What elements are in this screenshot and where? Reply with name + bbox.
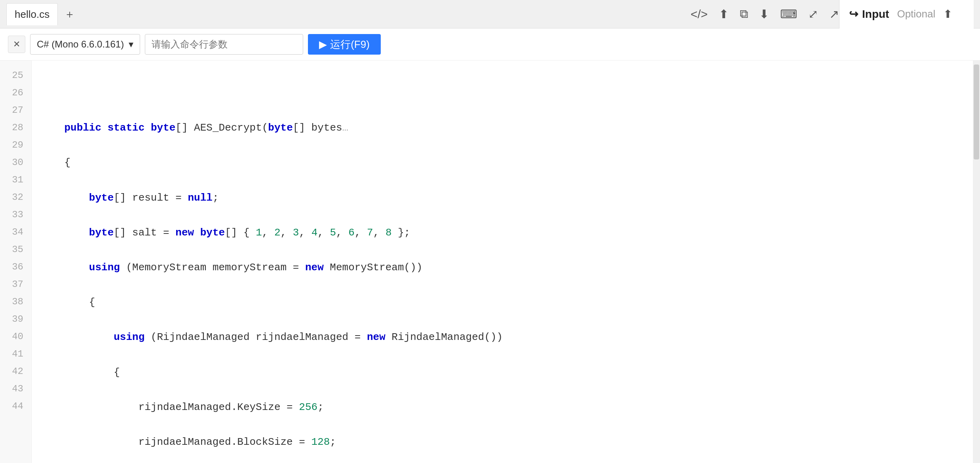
download-code-icon[interactable]: ⬇ — [759, 7, 769, 21]
code-line-29: byte[] salt = new byte[] { 1, 2, 3, 4, 5… — [40, 224, 965, 241]
line-num-37: 37 — [6, 276, 23, 293]
vertical-scrollbar[interactable] — [973, 61, 980, 463]
main-container: hello.cs ＋ </> ⬆ ⧉ ⬇ ⌨ ⤢ ↗ — [0, 0, 980, 463]
code-line-27: { — [40, 154, 965, 172]
line-num-32: 32 — [6, 189, 23, 206]
code-line-34: rijndaelManaged.KeySize = 256; — [40, 398, 965, 416]
line-num-33: 33 — [6, 206, 23, 224]
line-num-29: 29 — [6, 137, 23, 154]
keyboard-shortcut-icon[interactable]: ⌨ — [780, 7, 797, 21]
chevron-down-icon: ▾ — [129, 39, 133, 50]
line-num-26: 26 — [6, 84, 23, 102]
copy-code-icon[interactable]: ⧉ — [740, 7, 748, 21]
code-line-28: byte[] result = null; — [40, 189, 965, 207]
code-line-26: public static byte[] AES_Decrypt(byte[] … — [40, 119, 965, 137]
scrollbar-thumb[interactable] — [974, 65, 979, 159]
code-content[interactable]: public static byte[] AES_Decrypt(byte[] … — [32, 61, 973, 463]
line-num-30: 30 — [6, 154, 23, 171]
language-label: C# (Mono 6.6.0.161) — [37, 39, 124, 50]
optional-label: Optional — [897, 8, 935, 20]
code-view-icon[interactable]: </> — [691, 8, 708, 21]
close-icon: ✕ — [13, 39, 20, 49]
tab-toolbar: </> ⬆ ⧉ ⬇ ⌨ ⤢ ↗ — [691, 7, 839, 21]
upload-file-icon[interactable]: ⬆ — [719, 7, 729, 21]
line-num-25: 25 — [6, 67, 23, 84]
line-num-36: 36 — [6, 258, 23, 276]
share-icon[interactable]: ↗ — [829, 7, 839, 21]
code-line-30: using (MemoryStream memoryStream = new M… — [40, 259, 965, 276]
expand-editor-icon[interactable]: ⤢ — [808, 7, 818, 21]
code-line-31: { — [40, 294, 965, 311]
line-num-41: 41 — [6, 345, 23, 363]
close-run-bar-button[interactable]: ✕ — [8, 36, 25, 53]
code-editor[interactable]: 25 26 27 28 29 30 31 32 33 34 35 36 37 3… — [0, 61, 980, 463]
file-tab[interactable]: hello.cs — [6, 3, 58, 25]
run-icon: ▶ — [319, 38, 327, 51]
line-num-34: 34 — [6, 224, 23, 241]
file-tab-name: hello.cs — [15, 8, 49, 21]
run-bar: ✕ C# (Mono 6.6.0.161) ▾ ▶ 运行(F9) — [0, 28, 980, 61]
line-num-28: 28 — [6, 119, 23, 137]
input-label: ↪ Input — [849, 8, 889, 21]
input-upload-icon[interactable]: ⬆ — [943, 8, 952, 21]
language-select[interactable]: C# (Mono 6.6.0.161) ▾ — [30, 34, 140, 55]
code-line-35: rijndaelManaged.BlockSize = 128; — [40, 433, 965, 451]
line-numbers: 25 26 27 28 29 30 31 32 33 34 35 36 37 3… — [0, 61, 32, 463]
line-num-39: 39 — [6, 311, 23, 328]
line-num-38: 38 — [6, 293, 23, 311]
input-panel: ↪ Input Optional ⬆ — [839, 0, 974, 28]
code-line-32: using (RijndaelManaged rijndaelManaged =… — [40, 329, 965, 346]
run-button[interactable]: ▶ 运行(F9) — [308, 34, 381, 55]
line-num-31: 31 — [6, 171, 23, 189]
run-label: 运行(F9) — [330, 38, 370, 51]
tab-bar: hello.cs ＋ </> ⬆ ⧉ ⬇ ⌨ ⤢ ↗ — [0, 0, 980, 28]
line-num-43: 43 — [6, 380, 23, 398]
code-wrapper: ✕ C# (Mono 6.6.0.161) ▾ ▶ 运行(F9) 25 26 2… — [0, 28, 980, 463]
line-num-42: 42 — [6, 363, 23, 380]
line-num-44: 44 — [6, 398, 23, 415]
plus-icon: ＋ — [64, 7, 75, 22]
line-num-35: 35 — [6, 241, 23, 258]
editor-area: hello.cs ＋ </> ⬆ ⧉ ⬇ ⌨ ⤢ ↗ — [0, 0, 980, 463]
input-arrow-icon: ↪ — [849, 8, 858, 21]
add-tab-button[interactable]: ＋ — [61, 6, 78, 23]
command-args-input[interactable] — [145, 34, 303, 55]
line-num-27: 27 — [6, 102, 23, 119]
code-line-33: { — [40, 364, 965, 381]
code-line-25 — [40, 84, 965, 102]
tab-bar-left: hello.cs ＋ — [6, 3, 78, 25]
line-num-40: 40 — [6, 328, 23, 345]
